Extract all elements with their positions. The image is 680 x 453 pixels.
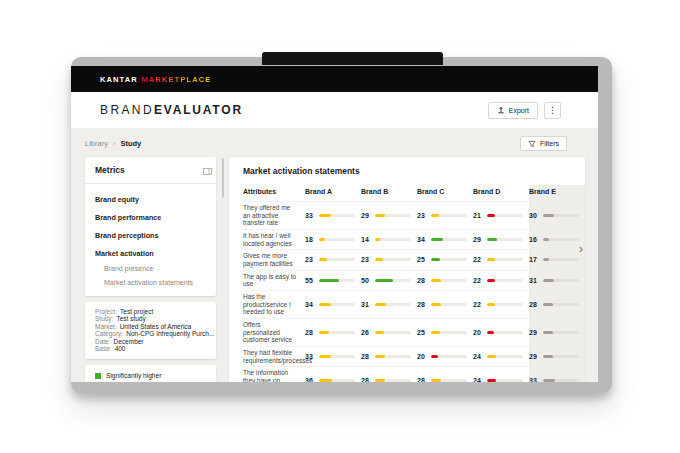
app-header-bar: KANTAR MARKETPLACE xyxy=(71,66,598,92)
sidebar-item-market-activation[interactable]: Market activation xyxy=(95,249,206,258)
value-bar-track xyxy=(375,238,411,241)
value-number: 28 xyxy=(305,329,316,336)
breadcrumb-library[interactable]: Library xyxy=(85,139,108,148)
attribute-label: It has near / well located agencies xyxy=(243,229,305,249)
value-bar-track xyxy=(431,355,467,358)
value-bar-track xyxy=(319,303,355,306)
value-number: 25 xyxy=(417,329,428,336)
breadcrumb-separator-icon: › xyxy=(113,139,116,148)
value-bar-track xyxy=(543,214,579,217)
export-button[interactable]: Export xyxy=(488,102,538,119)
value-number: 18 xyxy=(305,236,316,243)
page-title-bold: EVALUATOR xyxy=(154,103,243,117)
brand-value-cell: 33 xyxy=(305,346,361,366)
brand-value-cell: 28 xyxy=(529,290,585,318)
sidebar-item-brand-perceptions[interactable]: Brand perceptions xyxy=(95,231,206,240)
sidebar-item-market-activation-statements[interactable]: Market activation statements xyxy=(95,279,206,286)
legend-items: Significantly higherNo significant diffe… xyxy=(95,372,206,382)
value-bar-fill xyxy=(487,303,495,306)
sidebar-item-brand-performance[interactable]: Brand performance xyxy=(95,213,206,222)
value-bar-fill xyxy=(319,238,325,241)
value-bar-track xyxy=(487,303,523,306)
value-bar-fill xyxy=(319,379,332,382)
value-bar-track xyxy=(375,258,411,261)
legend-panel: Significantly higherNo significant diffe… xyxy=(85,365,216,382)
column-header-brand-b: Brand B xyxy=(361,185,417,201)
scroll-right-chevron-icon[interactable]: › xyxy=(579,243,583,255)
column-header-brand-a: Brand A xyxy=(305,185,361,201)
value-number: 29 xyxy=(361,212,372,219)
brand-value-cell: 36 xyxy=(305,366,361,382)
value-bar-track xyxy=(487,331,523,334)
value-bar-fill xyxy=(543,214,554,217)
value-bar-fill xyxy=(543,331,553,334)
study-info-label: Project: xyxy=(95,308,117,315)
value-bar-track xyxy=(375,214,411,217)
value-bar-track xyxy=(375,279,411,282)
brand-value-cell: 22 xyxy=(473,270,529,290)
value-bar-fill xyxy=(487,258,495,261)
value-bar-fill xyxy=(431,303,441,306)
value-bar-fill xyxy=(375,303,386,306)
filters-button[interactable]: Filters xyxy=(520,136,567,151)
attribute-label: Gives me more payment facilities xyxy=(243,249,305,269)
brand-value-cell: 33 xyxy=(529,366,585,382)
statements-table: AttributesBrand ABrand BBrand CBrand DBr… xyxy=(243,185,585,382)
study-info-value: Test project xyxy=(120,308,153,315)
value-number: 31 xyxy=(529,277,540,284)
value-number: 14 xyxy=(361,236,372,243)
page-title-light: BRAND xyxy=(100,103,154,117)
attribute-label: The information they have on their... xyxy=(243,366,305,382)
value-bar-track xyxy=(543,238,579,241)
sidebar-item-brand-equity[interactable]: Brand equity xyxy=(95,195,206,204)
value-bar-fill xyxy=(431,355,438,358)
value-bar-track xyxy=(431,214,467,217)
column-header-brand-c: Brand C xyxy=(417,185,473,201)
value-bar-track xyxy=(375,355,411,358)
more-options-button[interactable]: ⋮ xyxy=(544,102,561,119)
study-info-row: Project:Test project xyxy=(95,308,206,315)
brand-value-cell: 29 xyxy=(473,229,529,249)
value-number: 17 xyxy=(529,256,540,263)
brand-value-cell: 33 xyxy=(305,201,361,229)
brand-value-cell: 22 xyxy=(473,290,529,318)
value-bar-fill xyxy=(487,238,497,241)
value-bar-fill xyxy=(543,355,553,358)
collapse-panel-icon[interactable] xyxy=(203,161,212,179)
brand-value-cell: 17 xyxy=(529,249,585,269)
value-bar-fill xyxy=(543,379,555,382)
value-bar-fill xyxy=(543,238,549,241)
value-bar-fill xyxy=(487,379,496,382)
value-number: 24 xyxy=(473,377,484,382)
value-number: 33 xyxy=(529,377,540,382)
page-title: BRANDEVALUATOR xyxy=(100,103,243,117)
value-number: 30 xyxy=(529,212,540,219)
value-bar-track xyxy=(543,279,579,282)
value-number: 23 xyxy=(305,256,316,263)
value-bar-track xyxy=(487,279,523,282)
value-bar-fill xyxy=(375,258,383,261)
value-bar-track xyxy=(431,303,467,306)
upload-icon xyxy=(497,106,505,114)
scrollbar-thumb[interactable] xyxy=(222,158,224,198)
statements-table-card: Market activation statements AttributesB… xyxy=(229,157,585,382)
value-bar-fill xyxy=(431,379,441,382)
value-bar-fill xyxy=(431,238,443,241)
value-bar-fill xyxy=(375,331,384,334)
value-bar-fill xyxy=(431,279,441,282)
value-number: 36 xyxy=(305,377,316,382)
value-bar-track xyxy=(319,331,355,334)
brand-value-cell: 26 xyxy=(361,318,417,346)
value-bar-track xyxy=(375,303,411,306)
value-number: 22 xyxy=(473,256,484,263)
column-header-brand-e: Brand E xyxy=(529,185,585,201)
brand-value-cell: 50 xyxy=(361,270,417,290)
attribute-label: The app is easy to use xyxy=(243,270,305,290)
sidebar-item-brand-presence[interactable]: Brand presence xyxy=(95,265,206,272)
page: KANTAR MARKETPLACE BRANDEVALUATOR Export… xyxy=(0,0,680,453)
value-number: 28 xyxy=(361,377,372,382)
brand-value-cell: 18 xyxy=(305,229,361,249)
value-bar-track xyxy=(487,379,523,382)
brand-value-cell: 28 xyxy=(361,366,417,382)
brand-value-cell: 23 xyxy=(417,201,473,229)
